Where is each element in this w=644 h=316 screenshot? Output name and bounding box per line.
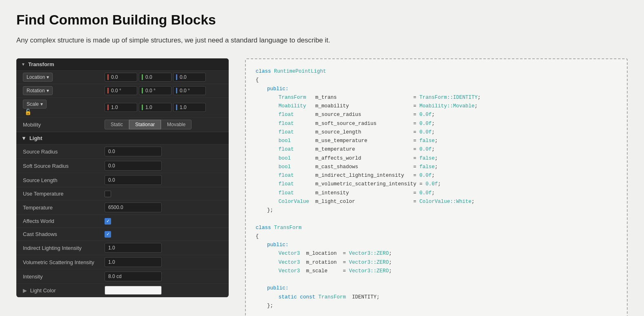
mobility-stationary-button[interactable]: Stationar	[129, 120, 161, 129]
transform-label: Transform	[28, 61, 54, 67]
code-panel: class RuntimePointLight { public: TransF…	[245, 58, 628, 316]
mobility-movable-button[interactable]: Movable	[161, 120, 192, 129]
source-radius-label: Source Radius	[23, 149, 105, 155]
scale-x-field[interactable]: 1.0	[105, 103, 137, 112]
intensity-controls	[105, 271, 222, 281]
code-line: float m_soft_source_radius = 0.0f;	[256, 120, 617, 128]
code-line: float m_source_length = 0.0f;	[256, 128, 617, 137]
cast-shadows-controls	[105, 231, 222, 238]
use-temperature-checkbox[interactable]	[105, 191, 111, 197]
code-line: bool m_use_temperature = false;	[256, 137, 617, 145]
source-length-label: Source Length	[23, 177, 105, 183]
z-axis-indicator	[176, 88, 177, 93]
code-line: {	[256, 232, 617, 241]
location-dropdown[interactable]: Location ▾	[23, 73, 53, 82]
lock-icon[interactable]: 🔓	[25, 109, 31, 115]
source-length-row: Source Length	[16, 173, 229, 187]
rotation-x-field[interactable]: 0.0 °	[105, 86, 137, 95]
use-temperature-row: Use Temperature	[16, 187, 229, 200]
transform-collapse-arrow: ▼	[21, 62, 25, 67]
location-z-field[interactable]: 0.0	[173, 73, 206, 82]
light-section-header[interactable]: ▼ Light	[16, 132, 229, 145]
indirect-lighting-label: Indirect Lighting Intensity	[23, 245, 105, 251]
code-line: TransForm m_trans = TransForm::IDENTITY;	[256, 93, 617, 102]
affects-world-label: Affects World	[23, 218, 105, 224]
volumetric-controls	[105, 257, 222, 267]
scale-row: Scale ▾ 🔓 1.0 1.0 1.0	[16, 98, 229, 118]
code-line: float m_indirect_lighting_intensity = 0.…	[256, 171, 617, 180]
code-line: public:	[256, 85, 617, 93]
main-layout: ▼ Transform Location ▾ 0.0 0.0	[16, 58, 628, 316]
y-axis-indicator	[142, 88, 143, 93]
light-label: Light	[29, 135, 42, 141]
volumetric-input[interactable]	[105, 257, 162, 267]
mobility-label: Mobility	[23, 122, 105, 128]
scale-dropdown[interactable]: Scale ▾	[23, 100, 47, 109]
mobility-buttons: Static Stationar Movable	[105, 120, 192, 129]
intensity-label: Intensity	[23, 274, 105, 280]
code-line: };	[256, 302, 617, 310]
source-radius-controls	[105, 147, 222, 156]
code-line	[256, 215, 617, 223]
location-controls: 0.0 0.0 0.0	[105, 73, 222, 82]
location-label: Location ▾	[23, 73, 105, 82]
mobility-static-button[interactable]: Static	[105, 120, 129, 129]
light-color-label: ▶ Light Color	[23, 287, 105, 294]
intensity-input[interactable]	[105, 271, 162, 281]
light-color-controls	[105, 286, 222, 295]
scale-y-field[interactable]: 1.0	[139, 103, 172, 112]
location-x-field[interactable]: 0.0	[105, 73, 137, 82]
code-line: Vector3 m_scale = Vector3::ZERO;	[256, 267, 617, 276]
source-radius-row: Source Radius	[16, 145, 229, 159]
scale-z-field[interactable]: 1.0	[173, 103, 206, 112]
rotation-row: Rotation ▾ 0.0 ° 0.0 ° 0.0 °	[16, 84, 229, 98]
code-line: Vector3 m_location = Vector3::ZERO;	[256, 249, 617, 258]
rotation-y-field[interactable]: 0.0 °	[139, 86, 172, 95]
indirect-lighting-row: Indirect Lighting Intensity	[16, 241, 229, 255]
scale-controls: 1.0 1.0 1.0	[105, 103, 222, 112]
code-line: Vector3 m_rotation = Vector3::ZERO;	[256, 258, 617, 267]
transform-section-header[interactable]: ▼ Transform	[16, 58, 229, 71]
temperature-controls	[105, 203, 222, 212]
expand-icon: ▶	[23, 287, 27, 294]
use-temperature-label: Use Temperature	[23, 191, 105, 197]
rotation-z-field[interactable]: 0.0 °	[173, 86, 206, 95]
code-line: public:	[256, 241, 617, 249]
indirect-lighting-input[interactable]	[105, 243, 162, 253]
code-line: static const TransForm IDENTITY;	[256, 293, 617, 302]
soft-source-radius-label: Soft Source Radius	[23, 163, 105, 169]
x-axis-indicator	[107, 88, 109, 93]
indirect-lighting-controls	[105, 243, 222, 253]
code-line: class TransForm	[256, 224, 617, 232]
x-axis-indicator	[107, 105, 109, 110]
location-row: Location ▾ 0.0 0.0 0.0	[16, 71, 229, 84]
location-y-field[interactable]: 0.0	[139, 73, 172, 82]
rotation-label: Rotation ▾	[23, 86, 105, 95]
rotation-dropdown[interactable]: Rotation ▾	[23, 86, 53, 95]
temperature-input[interactable]	[105, 203, 162, 212]
code-line: {	[256, 76, 617, 85]
cast-shadows-row: Cast Shadows	[16, 228, 229, 241]
chevron-down-icon: ▾	[40, 101, 43, 107]
affects-world-controls	[105, 218, 222, 225]
intensity-row: Intensity	[16, 269, 229, 284]
volumetric-row: Volumetric Scattering Intensity	[16, 255, 229, 269]
code-line: bool m_cast_shadows = false;	[256, 163, 617, 171]
code-line	[256, 276, 617, 284]
affects-world-row: Affects World	[16, 215, 229, 228]
mobility-controls: Static Stationar Movable	[105, 120, 222, 129]
soft-source-radius-controls	[105, 161, 222, 171]
source-length-input[interactable]	[105, 175, 162, 185]
soft-source-radius-input[interactable]	[105, 161, 162, 171]
code-line: float m_temperature = 0.0f;	[256, 145, 617, 154]
chevron-down-icon: ▾	[47, 88, 49, 93]
source-radius-input[interactable]	[105, 147, 162, 156]
z-axis-indicator	[176, 105, 177, 110]
cast-shadows-checkbox[interactable]	[105, 231, 111, 238]
volumetric-label: Volumetric Scattering Intensity	[23, 259, 105, 265]
code-line: float m_volumetric_scattering_intensity …	[256, 180, 617, 189]
light-color-swatch[interactable]	[105, 286, 162, 295]
x-axis-indicator	[107, 74, 109, 80]
affects-world-checkbox[interactable]	[105, 218, 111, 225]
chevron-down-icon: ▾	[47, 74, 49, 80]
